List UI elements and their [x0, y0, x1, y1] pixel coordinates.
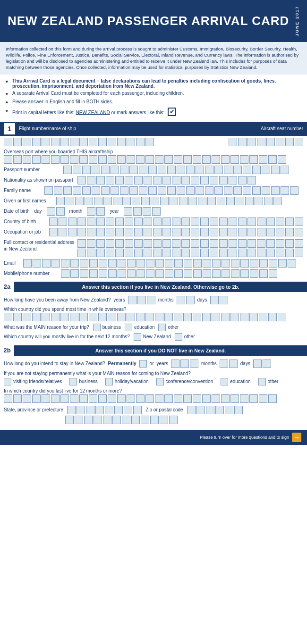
flight-number-input[interactable]	[4, 138, 161, 146]
2b-q4-row: State, province or prefecture Zip or pos…	[4, 406, 303, 414]
dob-month-input[interactable]	[87, 207, 105, 216]
2b-q2-education[interactable]: education	[221, 378, 250, 385]
footer-arrow-icon: →	[292, 433, 301, 442]
2b-conference-label: conference/convention	[166, 379, 213, 384]
2a-q4-nz-box[interactable]	[134, 333, 141, 341]
info-text: Information collected on this form and d…	[0, 42, 307, 75]
2b-permanently-label: Permanently	[108, 361, 136, 366]
seat-number-input[interactable]	[229, 138, 303, 146]
nationality-input[interactable]	[77, 176, 303, 184]
section-1-number: 1	[4, 123, 15, 134]
2b-q2-visiting[interactable]: visiting friends/relatives	[4, 378, 62, 385]
2b-q2-other[interactable]: other	[258, 378, 279, 385]
section-2a-title: Answer this section if you live in New Z…	[14, 282, 307, 292]
dob-label: Date of birth	[4, 209, 29, 214]
passport-input[interactable]	[63, 166, 303, 174]
2b-q3-input[interactable]	[4, 394, 303, 403]
passport-field: Passport number	[4, 166, 303, 174]
2a-q1-row: How long have you been away from New Zea…	[4, 296, 303, 304]
2b-q2-conference[interactable]: conference/convention	[156, 378, 213, 385]
2b-state-input[interactable]	[67, 406, 142, 414]
2a-years-label: years	[113, 297, 125, 302]
2a-q2-input[interactable]	[4, 313, 303, 321]
2a-q4-other-label: other	[184, 334, 195, 339]
2b-or-label: or	[150, 361, 154, 366]
family-name-field: Family name	[4, 186, 303, 195]
address-input[interactable]	[77, 239, 303, 257]
bullet-4: • Print in capital letters like this: NE…	[6, 108, 301, 116]
country-birth-input[interactable]	[49, 217, 303, 226]
2b-visiting-box[interactable]	[4, 378, 11, 385]
overseas-port-input[interactable]	[4, 155, 303, 164]
2b-visiting-label: visiting friends/relatives	[13, 379, 62, 384]
section-2b-header: 2b Answer this section if you DO NOT liv…	[0, 345, 307, 356]
2a-q3-business[interactable]: business	[93, 324, 121, 331]
2a-q3-row: What was the MAIN reason for your trip? …	[4, 324, 303, 331]
2a-q3-label: What was the MAIN reason for your trip?	[4, 325, 89, 330]
checkmark-example: ✔	[168, 108, 176, 116]
2b-business-box[interactable]	[69, 378, 77, 385]
bullet-dot: •	[6, 99, 12, 106]
bullet-1-text: This Arrival Card is a legal document – …	[12, 78, 301, 89]
bullet-dot: •	[6, 78, 12, 85]
dob-year-input[interactable]	[124, 207, 161, 216]
2a-q4-nz[interactable]: New Zealand	[134, 333, 171, 341]
2b-education-label: education	[230, 379, 250, 384]
2b-q2-business[interactable]: business	[69, 378, 97, 385]
2b-education-box[interactable]	[221, 378, 228, 385]
bullet-dot: •	[6, 108, 12, 114]
2a-q2-label: Which country did you spend most time in…	[4, 307, 303, 312]
2a-days-input[interactable]	[210, 296, 228, 304]
dob-year-label: year	[110, 209, 119, 214]
2b-holiday-box[interactable]	[105, 378, 113, 385]
bullet-1: • This Arrival Card is a legal document …	[6, 78, 301, 89]
phone-input[interactable]	[61, 269, 303, 278]
2a-q3-business-box[interactable]	[93, 324, 101, 331]
2a-q3-education[interactable]: education	[125, 324, 154, 331]
2b-months-label: months	[201, 361, 217, 366]
email-input[interactable]	[23, 259, 303, 268]
2b-q4-label: State, province or prefecture	[4, 407, 63, 412]
2a-years-input[interactable]	[128, 296, 155, 304]
occupation-input[interactable]	[49, 228, 303, 236]
2b-years-input[interactable]	[171, 360, 198, 368]
2b-days-input[interactable]	[253, 360, 271, 368]
page-footer: Please turn over for more questions and …	[0, 430, 307, 445]
2a-days-label: days	[197, 297, 207, 302]
flight-number-row	[4, 138, 303, 146]
address-label: Full contact or residential address in N…	[4, 239, 75, 252]
section-1-flight-label: Flight number/name of ship Aircraft seat…	[19, 126, 303, 131]
2b-conference-box[interactable]	[156, 378, 164, 385]
2a-q4-other-box[interactable]	[175, 333, 182, 341]
2b-zip-input[interactable]	[187, 406, 243, 414]
2a-q2-field: Which country did you spend most time in…	[4, 307, 303, 321]
2a-q3-business-label: business	[102, 325, 121, 330]
2a-q4-row: Which country will you mostly live in fo…	[4, 333, 303, 341]
2a-q1-label: How long have you been away from New Zea…	[4, 297, 111, 303]
email-field: Email	[4, 259, 303, 268]
2b-q3-label: In which country did you last live for 1…	[4, 388, 303, 393]
given-names-input[interactable]	[56, 197, 303, 205]
2a-months-input[interactable]	[177, 296, 195, 304]
2b-q2-holiday[interactable]: holiday/vacation	[105, 378, 149, 385]
2b-months-input[interactable]	[220, 360, 238, 368]
2b-permanently-box[interactable]	[139, 360, 147, 368]
2a-q4-other[interactable]: other	[175, 333, 195, 341]
bullet-3-text: Please answer in English and fill in BOT…	[12, 99, 113, 104]
occupation-field: Occupation or job	[4, 228, 303, 236]
2a-q3-other[interactable]: other	[158, 324, 179, 331]
family-name-input[interactable]	[44, 186, 303, 195]
2b-zip-extra-input[interactable]	[4, 416, 303, 424]
2b-other-box[interactable]	[258, 378, 266, 385]
example-text: NEW ZEALAND	[76, 109, 110, 115]
2a-q3-education-box[interactable]	[125, 324, 132, 331]
2a-q3-other-box[interactable]	[158, 324, 166, 331]
email-label: Email	[4, 260, 20, 266]
2b-days-label: days	[240, 361, 250, 366]
bullet-2-text: A separate Arrival Card must be complete…	[12, 91, 184, 96]
dob-day-input[interactable]	[47, 207, 65, 216]
dob-month-label: month	[69, 209, 83, 214]
section-2a-number: 2a	[0, 282, 14, 292]
2b-business-label: business	[79, 379, 97, 384]
given-names-field: Given or first names	[4, 197, 303, 205]
